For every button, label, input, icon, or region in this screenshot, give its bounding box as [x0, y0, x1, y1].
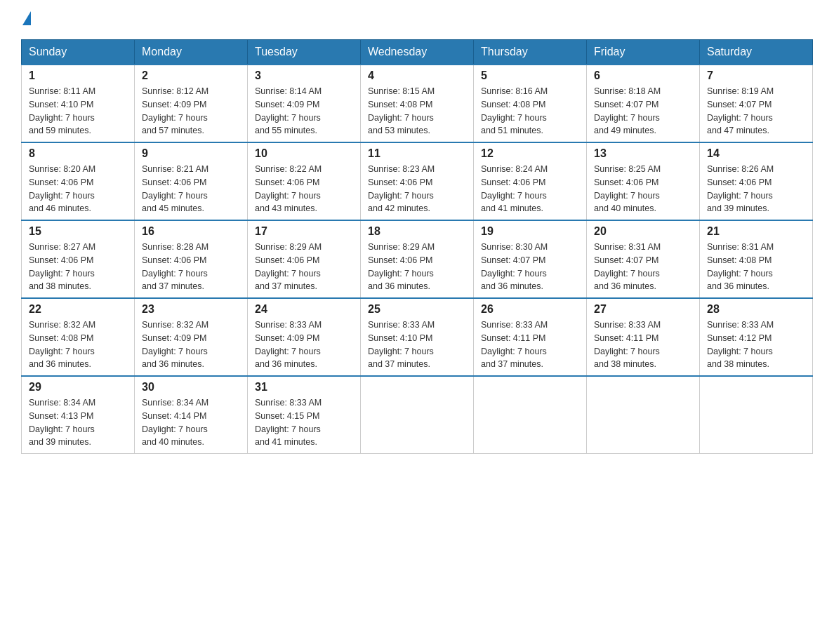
calendar-cell — [474, 376, 587, 454]
day-info: Sunrise: 8:30 AMSunset: 4:07 PMDaylight:… — [481, 241, 579, 293]
calendar-cell — [700, 376, 813, 454]
day-info: Sunrise: 8:33 AMSunset: 4:12 PMDaylight:… — [707, 318, 805, 371]
calendar-cell: 18Sunrise: 8:29 AMSunset: 4:06 PMDayligh… — [361, 220, 474, 298]
day-number: 5 — [481, 69, 579, 82]
calendar-cell: 17Sunrise: 8:29 AMSunset: 4:06 PMDayligh… — [248, 220, 361, 298]
header-day-thursday: Thursday — [474, 40, 587, 65]
calendar-cell: 4Sunrise: 8:15 AMSunset: 4:08 PMDaylight… — [361, 65, 474, 142]
day-info: Sunrise: 8:14 AMSunset: 4:09 PMDaylight:… — [255, 85, 353, 137]
day-info: Sunrise: 8:32 AMSunset: 4:08 PMDaylight:… — [29, 318, 127, 371]
logo-triangle-icon — [22, 11, 31, 25]
calendar-cell: 27Sunrise: 8:33 AMSunset: 4:11 PMDayligh… — [587, 298, 700, 376]
calendar-cell: 31Sunrise: 8:33 AMSunset: 4:15 PMDayligh… — [248, 376, 361, 454]
day-number: 31 — [255, 381, 353, 394]
calendar-cell: 29Sunrise: 8:34 AMSunset: 4:13 PMDayligh… — [22, 376, 135, 454]
calendar-cell: 6Sunrise: 8:18 AMSunset: 4:07 PMDaylight… — [587, 65, 700, 142]
calendar-cell: 8Sunrise: 8:20 AMSunset: 4:06 PMDaylight… — [22, 142, 135, 220]
day-info: Sunrise: 8:12 AMSunset: 4:09 PMDaylight:… — [142, 85, 240, 137]
calendar-week-2: 8Sunrise: 8:20 AMSunset: 4:06 PMDaylight… — [22, 142, 813, 220]
day-number: 12 — [481, 147, 579, 160]
day-number: 15 — [29, 225, 127, 238]
header-row: SundayMondayTuesdayWednesdayThursdayFrid… — [22, 40, 813, 65]
day-info: Sunrise: 8:34 AMSunset: 4:13 PMDaylight:… — [29, 396, 127, 449]
calendar-cell: 30Sunrise: 8:34 AMSunset: 4:14 PMDayligh… — [135, 376, 248, 454]
day-number: 23 — [142, 303, 240, 316]
day-info: Sunrise: 8:31 AMSunset: 4:07 PMDaylight:… — [594, 241, 692, 293]
day-number: 4 — [368, 69, 466, 82]
day-info: Sunrise: 8:33 AMSunset: 4:09 PMDaylight:… — [255, 318, 353, 371]
day-info: Sunrise: 8:32 AMSunset: 4:09 PMDaylight:… — [142, 318, 240, 371]
day-info: Sunrise: 8:19 AMSunset: 4:07 PMDaylight:… — [707, 85, 805, 137]
day-info: Sunrise: 8:26 AMSunset: 4:06 PMDaylight:… — [707, 163, 805, 215]
day-number: 18 — [368, 225, 466, 238]
header-day-wednesday: Wednesday — [361, 40, 474, 65]
day-number: 19 — [481, 225, 579, 238]
day-info: Sunrise: 8:31 AMSunset: 4:08 PMDaylight:… — [707, 241, 805, 293]
calendar-week-4: 22Sunrise: 8:32 AMSunset: 4:08 PMDayligh… — [22, 298, 813, 376]
day-number: 28 — [707, 303, 805, 316]
calendar-cell: 22Sunrise: 8:32 AMSunset: 4:08 PMDayligh… — [22, 298, 135, 376]
day-info: Sunrise: 8:33 AMSunset: 4:11 PMDaylight:… — [594, 318, 692, 371]
logo — [21, 14, 31, 25]
calendar-cell — [361, 376, 474, 454]
calendar-cell: 9Sunrise: 8:21 AMSunset: 4:06 PMDaylight… — [135, 142, 248, 220]
header-day-tuesday: Tuesday — [248, 40, 361, 65]
calendar-cell: 25Sunrise: 8:33 AMSunset: 4:10 PMDayligh… — [361, 298, 474, 376]
header-day-saturday: Saturday — [700, 40, 813, 65]
day-number: 20 — [594, 225, 692, 238]
calendar-cell: 1Sunrise: 8:11 AMSunset: 4:10 PMDaylight… — [22, 65, 135, 142]
day-info: Sunrise: 8:24 AMSunset: 4:06 PMDaylight:… — [481, 163, 579, 215]
day-info: Sunrise: 8:27 AMSunset: 4:06 PMDaylight:… — [29, 241, 127, 293]
day-number: 13 — [594, 147, 692, 160]
day-info: Sunrise: 8:28 AMSunset: 4:06 PMDaylight:… — [142, 241, 240, 293]
day-info: Sunrise: 8:25 AMSunset: 4:06 PMDaylight:… — [594, 163, 692, 215]
calendar-cell: 13Sunrise: 8:25 AMSunset: 4:06 PMDayligh… — [587, 142, 700, 220]
calendar-week-3: 15Sunrise: 8:27 AMSunset: 4:06 PMDayligh… — [22, 220, 813, 298]
calendar-cell: 14Sunrise: 8:26 AMSunset: 4:06 PMDayligh… — [700, 142, 813, 220]
calendar-cell: 26Sunrise: 8:33 AMSunset: 4:11 PMDayligh… — [474, 298, 587, 376]
day-info: Sunrise: 8:22 AMSunset: 4:06 PMDaylight:… — [255, 163, 353, 215]
day-number: 9 — [142, 147, 240, 160]
calendar-cell: 28Sunrise: 8:33 AMSunset: 4:12 PMDayligh… — [700, 298, 813, 376]
calendar-cell: 15Sunrise: 8:27 AMSunset: 4:06 PMDayligh… — [22, 220, 135, 298]
calendar-cell: 2Sunrise: 8:12 AMSunset: 4:09 PMDaylight… — [135, 65, 248, 142]
day-info: Sunrise: 8:20 AMSunset: 4:06 PMDaylight:… — [29, 163, 127, 215]
calendar-week-1: 1Sunrise: 8:11 AMSunset: 4:10 PMDaylight… — [22, 65, 813, 142]
day-info: Sunrise: 8:33 AMSunset: 4:15 PMDaylight:… — [255, 396, 353, 449]
day-number: 26 — [481, 303, 579, 316]
day-number: 30 — [142, 381, 240, 394]
day-number: 14 — [707, 147, 805, 160]
day-number: 17 — [255, 225, 353, 238]
header-day-sunday: Sunday — [22, 40, 135, 65]
calendar-cell: 3Sunrise: 8:14 AMSunset: 4:09 PMDaylight… — [248, 65, 361, 142]
day-number: 27 — [594, 303, 692, 316]
calendar-table: SundayMondayTuesdayWednesdayThursdayFrid… — [21, 39, 813, 454]
calendar-cell: 7Sunrise: 8:19 AMSunset: 4:07 PMDaylight… — [700, 65, 813, 142]
day-info: Sunrise: 8:34 AMSunset: 4:14 PMDaylight:… — [142, 396, 240, 449]
day-number: 7 — [707, 69, 805, 82]
day-info: Sunrise: 8:33 AMSunset: 4:10 PMDaylight:… — [368, 318, 466, 371]
calendar-week-5: 29Sunrise: 8:34 AMSunset: 4:13 PMDayligh… — [22, 376, 813, 454]
day-number: 8 — [29, 147, 127, 160]
calendar-cell: 11Sunrise: 8:23 AMSunset: 4:06 PMDayligh… — [361, 142, 474, 220]
day-number: 2 — [142, 69, 240, 82]
calendar-cell: 16Sunrise: 8:28 AMSunset: 4:06 PMDayligh… — [135, 220, 248, 298]
day-info: Sunrise: 8:18 AMSunset: 4:07 PMDaylight:… — [594, 85, 692, 137]
day-number: 1 — [29, 69, 127, 82]
day-number: 16 — [142, 225, 240, 238]
day-info: Sunrise: 8:16 AMSunset: 4:08 PMDaylight:… — [481, 85, 579, 137]
day-number: 3 — [255, 69, 353, 82]
day-info: Sunrise: 8:21 AMSunset: 4:06 PMDaylight:… — [142, 163, 240, 215]
calendar-cell: 19Sunrise: 8:30 AMSunset: 4:07 PMDayligh… — [474, 220, 587, 298]
day-info: Sunrise: 8:15 AMSunset: 4:08 PMDaylight:… — [368, 85, 466, 137]
day-number: 24 — [255, 303, 353, 316]
calendar-cell: 21Sunrise: 8:31 AMSunset: 4:08 PMDayligh… — [700, 220, 813, 298]
header-day-friday: Friday — [587, 40, 700, 65]
calendar-header: SundayMondayTuesdayWednesdayThursdayFrid… — [22, 40, 813, 65]
calendar-cell: 23Sunrise: 8:32 AMSunset: 4:09 PMDayligh… — [135, 298, 248, 376]
header-day-monday: Monday — [135, 40, 248, 65]
day-number: 22 — [29, 303, 127, 316]
day-number: 21 — [707, 225, 805, 238]
page-header — [21, 14, 813, 25]
calendar-cell: 24Sunrise: 8:33 AMSunset: 4:09 PMDayligh… — [248, 298, 361, 376]
